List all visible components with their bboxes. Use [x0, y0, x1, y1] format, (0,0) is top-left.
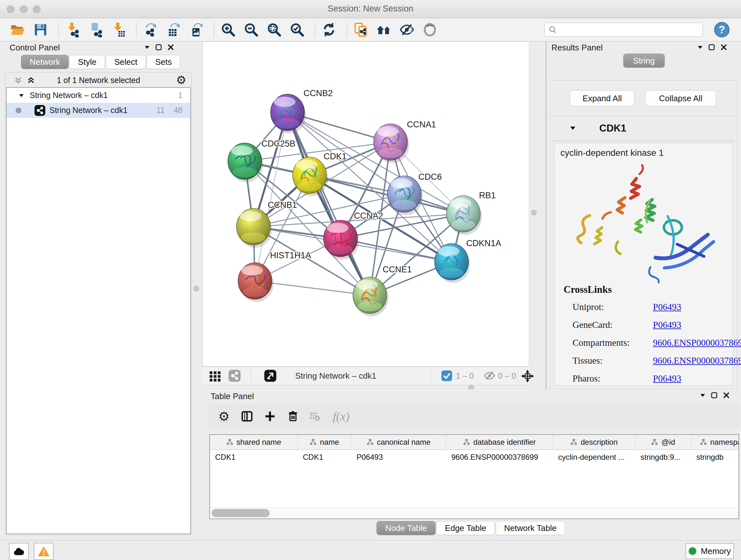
save-session-button[interactable] [32, 22, 49, 38]
crosslink-value-link[interactable]: 9606.ENSP00000378699 [653, 337, 741, 348]
table-cell[interactable]: cyclin-dependent ... [553, 450, 635, 464]
column-header-namespace[interactable]: namespace [691, 435, 739, 449]
scrollbar-thumb[interactable] [212, 509, 270, 517]
zoom-out-button[interactable] [243, 22, 259, 38]
clone-network-button[interactable] [353, 22, 369, 38]
hidden-eye-icon[interactable] [483, 370, 495, 381]
close-panel-icon[interactable] [167, 44, 174, 51]
tab-network[interactable]: Network [21, 55, 69, 69]
network-options-gear-icon[interactable]: ⚙ [176, 74, 186, 86]
float-panel-icon[interactable] [155, 44, 162, 51]
node-CDKN1A[interactable] [434, 244, 470, 283]
network-graph[interactable]: CCNB2CCNA1CDC25BCDK1CDC6RB1CCNB1CCNA2CDK… [203, 42, 529, 366]
node-CDK1[interactable] [293, 157, 328, 196]
table-cell[interactable]: CDK1 [210, 450, 298, 464]
export-network-button[interactable] [142, 22, 158, 38]
table-cell[interactable]: stringdb [691, 450, 739, 464]
tab-network-table[interactable]: Network Table [495, 521, 565, 535]
tab-string[interactable]: String [623, 54, 665, 68]
table-horizontal-scrollbar[interactable] [210, 507, 738, 518]
column-header-@id[interactable]: @id [635, 435, 691, 449]
tab-node-table[interactable]: Node Table [377, 521, 435, 535]
panel-menu-icon[interactable] [145, 45, 150, 49]
search-input[interactable] [557, 25, 693, 35]
table-cell[interactable]: 9606.ENSP00000378699 [446, 450, 553, 464]
toolbar-separator [432, 369, 432, 382]
help-button[interactable]: ? [714, 22, 730, 38]
float-panel-icon[interactable] [711, 392, 718, 398]
panel-menu-icon[interactable] [697, 45, 703, 49]
first-neighbors-button[interactable] [376, 22, 392, 38]
search-icon [548, 25, 557, 35]
crosslink-value-link[interactable]: P06493 [653, 302, 681, 312]
node-table[interactable]: shared namenamecanonical namedatabase id… [209, 434, 739, 519]
table-row[interactable]: CDK1CDK1P064939606.ENSP00000378699cyclin… [210, 450, 739, 464]
crosslink-value-link[interactable]: P06493 [653, 320, 681, 330]
network-canvas[interactable]: CCNB2CCNA1CDC25BCDK1CDC6RB1CCNB1CCNA2CDK… [203, 42, 529, 367]
crosslink-value-link[interactable]: 9606.ENSP00000378699 [653, 355, 741, 366]
delete-column-icon[interactable] [285, 409, 300, 424]
node-RB1[interactable] [447, 196, 482, 235]
expand-all-button[interactable]: Expand All [570, 90, 634, 106]
node-CCNA1[interactable] [374, 124, 409, 163]
refresh-view-button[interactable] [321, 22, 337, 38]
zoom-fit-button[interactable] [266, 22, 282, 38]
column-header-canonical-name[interactable]: canonical name [351, 435, 446, 449]
vertical-splitter-handle[interactable] [193, 286, 199, 292]
panel-menu-icon[interactable] [700, 393, 705, 397]
memory-label: Memory [701, 546, 731, 556]
tab-edge-table[interactable]: Edge Table [436, 521, 495, 535]
selected-checkbox-icon[interactable] [441, 370, 452, 381]
level-of-detail-button[interactable] [422, 22, 438, 38]
entry-expander-icon[interactable] [570, 126, 576, 130]
collapse-all-button[interactable]: Collapse All [645, 90, 716, 106]
node-CCNA2[interactable] [324, 220, 359, 260]
network-view-share-icon[interactable] [228, 369, 241, 382]
close-panel-icon[interactable] [723, 392, 730, 398]
export-image-button[interactable] [188, 22, 204, 38]
network-collection-row[interactable]: String Network – cdk1 1 [7, 88, 190, 103]
tab-sets[interactable]: Sets [146, 55, 180, 69]
node-HIST1H1A[interactable] [238, 263, 273, 302]
detach-view-icon[interactable] [264, 369, 277, 382]
node-CDC25B[interactable] [228, 143, 263, 182]
warnings-button[interactable] [34, 543, 54, 560]
show-hide-graphics-button[interactable] [399, 22, 415, 38]
table-cell[interactable]: CDK1 [298, 450, 351, 464]
control-panel-tabs: NetworkStyleSelectSets [21, 55, 181, 70]
node-CCNB2[interactable] [271, 94, 306, 133]
gene-entry-header[interactable]: CDK1 [551, 118, 736, 141]
create-column-icon[interactable] [262, 409, 278, 424]
close-panel-icon[interactable] [721, 44, 727, 51]
column-header-shared-name[interactable]: shared name [210, 435, 298, 449]
table-options-gear-icon[interactable]: ⚙ [216, 409, 232, 424]
column-header-name[interactable]: name [298, 435, 351, 449]
tab-style[interactable]: Style [69, 55, 105, 69]
cloud-status-button[interactable] [9, 543, 29, 560]
grid-view-icon[interactable] [209, 370, 221, 382]
show-columns-icon[interactable] [239, 409, 255, 424]
import-network-file-button[interactable] [64, 22, 80, 38]
table-cell[interactable]: P06493 [351, 450, 446, 464]
toolbar-separator [214, 22, 214, 37]
crosslink-value-link[interactable]: P06493 [653, 373, 681, 384]
save-floppy-icon [33, 22, 48, 37]
vertical-splitter-handle[interactable] [531, 210, 537, 215]
table-cell[interactable]: stringdb:9... [635, 450, 691, 464]
float-panel-icon[interactable] [709, 44, 715, 51]
network-row[interactable]: String Network – cdk1 11 48 [7, 103, 190, 118]
import-network-database-button[interactable] [87, 22, 104, 38]
column-header-database-identifier[interactable]: database identifier [446, 435, 553, 449]
node-CDC6[interactable] [387, 176, 423, 215]
fit-content-crosshair-icon[interactable] [521, 369, 535, 383]
import-table-file-button[interactable] [111, 22, 126, 38]
memory-button[interactable]: Memory [685, 543, 734, 559]
zoom-selected-button[interactable] [289, 22, 305, 38]
tab-select[interactable]: Select [106, 55, 146, 69]
collection-expander-icon[interactable] [19, 94, 24, 98]
column-header-description[interactable]: description [553, 435, 635, 449]
zoom-in-button[interactable] [220, 22, 236, 38]
export-table-button[interactable] [165, 22, 181, 38]
network-status-dot [16, 108, 21, 113]
open-session-button[interactable] [10, 22, 25, 38]
